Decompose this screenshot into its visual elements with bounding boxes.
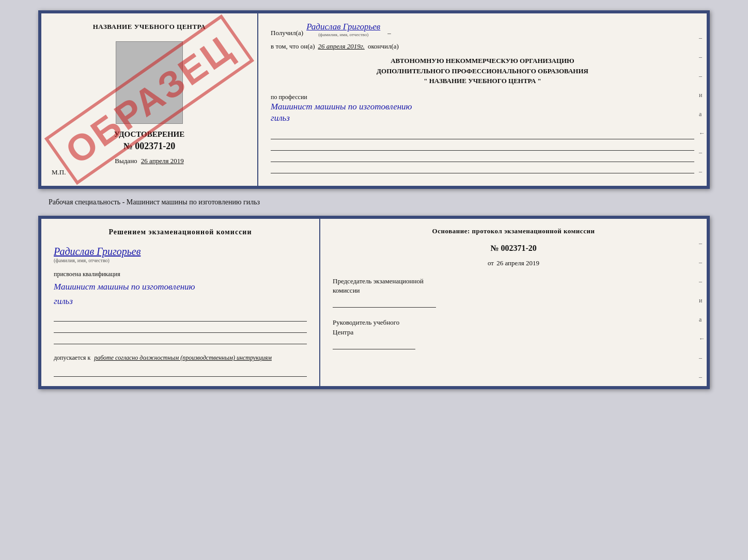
dopuskaetsya-label: допускается к [54, 354, 90, 361]
bl-line1 [54, 312, 307, 322]
mark7: – [699, 149, 705, 156]
line4 [271, 164, 694, 173]
mp-label: М.П. [52, 168, 66, 177]
predsed-label: Председатель экзаменационной комиссии [333, 277, 694, 308]
dopusk-text: работе согласно должностным (производств… [94, 354, 272, 361]
mark4: и [699, 91, 705, 99]
po-professii: по профессии [271, 93, 694, 101]
profession-name: Машинист машины по изготовлению [271, 101, 694, 113]
top-left-title: НАЗВАНИЕ УЧЕБНОГО ЦЕНТРА [93, 23, 206, 31]
top-doc-left: НАЗВАНИЕ УЧЕБНОГО ЦЕНТРА ОБРАЗЕЦ УДОСТОВ… [41, 13, 258, 186]
bmark5: а [699, 316, 705, 324]
rukov-title: Руководитель учебного [333, 318, 694, 327]
bottom-doc-left: Решением экзаменационной комиссии Радисл… [41, 219, 320, 386]
okonchil-label: окончил(а) [368, 42, 399, 51]
poluchil-label: Получил(а) [271, 29, 303, 37]
bmark7: – [699, 354, 705, 362]
kvalif-name2: гильз [54, 296, 307, 307]
vydano-label: Выдано [115, 157, 137, 165]
bottom-name-label: (фамилия, имя, отчество) [54, 258, 110, 263]
bmark4: и [699, 297, 705, 305]
vydano-line: Выдано 26 апреля 2019 [52, 157, 247, 165]
poluchil-row: Получил(а) Радислав Григорьев (фамилия, … [271, 22, 694, 37]
recipient-name: Радислав Григорьев [306, 22, 380, 32]
line3 [271, 153, 694, 162]
photo-placeholder [116, 41, 183, 124]
rukov-sub: Центра [333, 328, 694, 337]
rukov-label: Руководитель учебного Центра [333, 318, 694, 349]
side-marks: – – – и а ← – – [699, 34, 707, 175]
mark2: – [699, 53, 705, 61]
vtom-row: в том, что он(а) 26 апреля 2019г. окончи… [271, 42, 694, 51]
osnov-title: Основание: протокол экзаменационной коми… [333, 227, 694, 235]
ot-label: от [488, 259, 494, 267]
bl-line3 [54, 335, 307, 344]
mark5: а [699, 110, 705, 118]
mark6: ← [699, 130, 705, 137]
udost-title: УДОСТОВЕРЕНИЕ [114, 130, 185, 139]
bottom-right-wrap: Основание: протокол экзаменационной коми… [320, 219, 707, 386]
bmark3: – [699, 278, 705, 285]
name-label: (фамилия, имя, отчество) [318, 32, 368, 37]
line1 [271, 130, 694, 139]
completed-date: 26 апреля 2019г. [318, 42, 365, 51]
bmark8: – [699, 373, 705, 381]
predsed-sign-line [333, 297, 436, 308]
po-professii-label: по профессии Машинист машины по изготовл… [271, 91, 694, 124]
bottom-document: Решением экзаменационной комиссии Радисл… [38, 216, 710, 389]
kvalif-name: Машинист машины по изготовлению [54, 281, 307, 293]
bl-line2 [54, 324, 307, 333]
bottom-person-name: Радислав Григорьев [54, 246, 141, 258]
dash1: – [387, 29, 391, 37]
bmark1: – [699, 239, 705, 247]
vtom-prefix: в том, что он(а) [271, 42, 315, 51]
bottom-side-marks: – – – и а ← – – [699, 239, 707, 381]
mark3: – [699, 72, 705, 80]
between-label: Рабочая специальность - Машинист машины … [10, 198, 260, 206]
profession-name2: гильз [271, 113, 694, 124]
line2 [271, 141, 694, 151]
right-lines [271, 130, 694, 173]
protocol-date: 26 апреля 2019 [496, 259, 539, 267]
org-block: АВТОНОМНУЮ НЕКОММЕРЧЕСКУЮ ОРГАНИЗАЦИЮ ДО… [271, 56, 694, 86]
bl-line4 [54, 367, 307, 377]
bmark6: ← [699, 335, 705, 343]
rukov-sign-line [333, 339, 415, 349]
ot-date: от 26 апреля 2019 [333, 259, 694, 267]
top-document: НАЗВАНИЕ УЧЕБНОГО ЦЕНТРА ОБРАЗЕЦ УДОСТОВ… [38, 10, 710, 189]
top-doc-right: Получил(а) Радислав Григорьев (фамилия, … [258, 13, 707, 186]
protocol-number: № 002371-20 [333, 244, 694, 253]
mark1: – [699, 34, 705, 42]
bmark2: – [699, 259, 705, 266]
org-line3: " НАЗВАНИЕ УЧЕБНОГО ЦЕНТРА " [271, 76, 694, 86]
mark8: – [699, 168, 705, 175]
bottom-left-lines [54, 312, 307, 344]
prisvoyena-label: присвоена квалификация [54, 270, 307, 278]
resheniem-title: Решением экзаменационной комиссии [54, 228, 307, 236]
bottom-doc-right: Основание: протокол экзаменационной коми… [320, 219, 707, 358]
udost-number: № 002371-20 [123, 141, 176, 152]
org-line1: АВТОНОМНУЮ НЕКОММЕРЧЕСКУЮ ОРГАНИЗАЦИЮ [271, 56, 694, 66]
predsed-sub: комиссии [333, 286, 694, 295]
vydano-date: 26 апреля 2019 [141, 157, 184, 165]
predsed-title: Председатель экзаменационной [333, 277, 694, 286]
dopuskaetsya-block: допускается к работе согласно должностны… [54, 354, 307, 362]
org-line2: ДОПОЛНИТЕЛЬНОГО ПРОФЕССИОНАЛЬНОГО ОБРАЗО… [271, 66, 694, 76]
